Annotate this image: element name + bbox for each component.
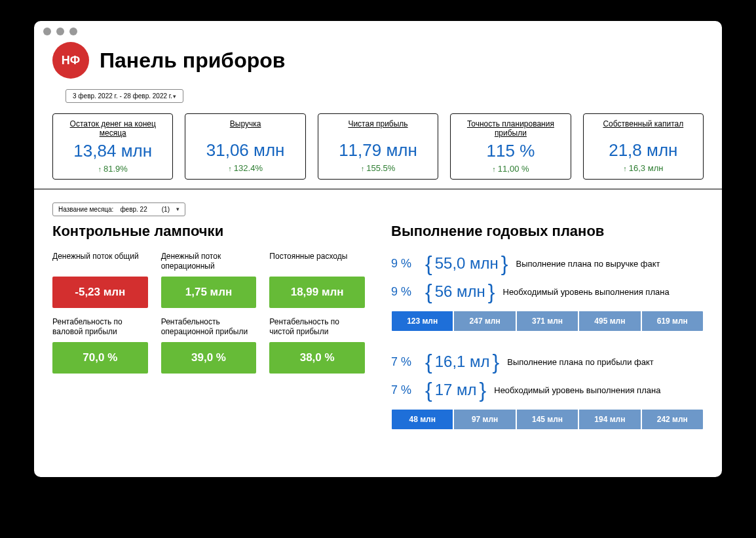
scale-segment: 123 млн xyxy=(392,311,454,331)
lamp-label: Денежный поток операционный xyxy=(161,252,257,271)
chevron-down-icon: ▾ xyxy=(176,206,180,212)
kpi-label: Чистая прибыль xyxy=(322,119,434,138)
kpi-delta: 132.4% xyxy=(189,163,301,173)
kpi-delta: 81.9% xyxy=(57,164,168,174)
lamp-item: Денежный поток операционный1,75 млн xyxy=(161,252,257,308)
kpi-card[interactable]: Собственный капитал21,8 млн16,3 млн xyxy=(583,113,704,180)
kpi-value: 115 % xyxy=(455,141,566,161)
plan-desc: Выполнение плана по прибыли факт xyxy=(507,357,654,367)
scale-segment: 495 млн xyxy=(579,311,641,331)
plan-profit-need: 7 % 17 мл Необходимый уровень выполнения… xyxy=(391,378,704,402)
kpi-label: Точность планирования прибыли xyxy=(455,119,566,138)
lamps-grid: Денежный поток общий-5,23 млнДенежный по… xyxy=(52,252,365,374)
kpi-card[interactable]: Чистая прибыль11,79 млн155.5% xyxy=(318,113,438,180)
lamp-value: 70,0 % xyxy=(52,342,148,374)
window-titlebar xyxy=(34,21,722,42)
app-window: НФ Панель приборов 3 февр. 2022 г. - 28 … xyxy=(33,20,723,478)
kpi-card[interactable]: Точность планирования прибыли115 %11,00 … xyxy=(450,113,571,180)
lamp-label: Постоянные расходы xyxy=(269,252,365,271)
kpi-label: Выручка xyxy=(189,119,301,138)
lamp-item: Денежный поток общий-5,23 млн xyxy=(52,252,148,308)
lamp-value: -5,23 млн xyxy=(52,277,148,308)
profit-scale-bar: 48 млн97 млн145 млн194 млн242 млн xyxy=(391,409,704,430)
kpi-value: 11,79 млн xyxy=(322,140,434,161)
kpi-value: 31,06 млн xyxy=(189,140,301,161)
brand-logo-text: НФ xyxy=(62,54,80,67)
lamp-value: 18,99 млн xyxy=(269,277,365,308)
chevron-down-icon: ▾ xyxy=(173,93,176,100)
scale-segment: 145 млн xyxy=(517,410,579,429)
lamp-label: Рентабельность операционной прибыли xyxy=(161,317,257,337)
month-filter[interactable]: Название месяца: февр. 22 (1) ▾ xyxy=(52,202,185,216)
plan-revenue-fact: 9 % 55,0 млн Выполнение плана по выручке… xyxy=(391,252,704,276)
plan-value: 56 млн xyxy=(425,280,495,304)
kpi-card[interactable]: Остаток денег на конец месяца13,84 млн81… xyxy=(52,113,173,180)
lamp-item: Рентабельность по валовой прибыли70,0 % xyxy=(52,317,148,374)
plan-desc: Выполнение плана по выручке факт xyxy=(516,259,660,269)
window-maximize-icon[interactable] xyxy=(69,28,77,35)
lamp-value: 39,0 % xyxy=(161,342,257,374)
page-title: Панель приборов xyxy=(100,48,285,73)
plan-pct: 7 % xyxy=(391,355,417,369)
month-filter-label: Название месяца: xyxy=(58,206,113,213)
kpi-label: Собственный капитал xyxy=(588,119,699,138)
brand-logo-icon: НФ xyxy=(52,42,89,79)
lamp-item: Постоянные расходы18,99 млн xyxy=(269,252,365,308)
plan-pct: 9 % xyxy=(391,257,417,271)
lamp-label: Рентабельность по чистой прибыли xyxy=(269,317,365,337)
date-range-picker[interactable]: 3 февр. 2022 г. - 28 февр. 2022 г. ▾ xyxy=(66,89,183,103)
revenue-scale-bar: 123 млн247 млн371 млн495 млн619 млн xyxy=(391,311,704,332)
plan-value: 16,1 мл xyxy=(425,350,499,374)
scale-segment: 242 млн xyxy=(642,410,703,429)
lamp-item: Рентабельность операционной прибыли39,0 … xyxy=(161,317,257,374)
scale-segment: 619 млн xyxy=(642,311,703,331)
plan-revenue-need: 9 % 56 млн Необходимый уровень выполнени… xyxy=(391,280,704,304)
kpi-delta: 16,3 млн xyxy=(588,163,699,173)
scale-segment: 97 млн xyxy=(454,410,516,429)
plans-title: Выполнение годовых планов xyxy=(391,223,704,240)
scale-segment: 48 млн xyxy=(392,410,454,429)
kpi-value: 21,8 млн xyxy=(588,140,699,161)
plan-desc: Необходимый уровень выполнения плана xyxy=(503,287,670,297)
lamp-label: Денежный поток общий xyxy=(52,252,148,271)
plan-value: 17 мл xyxy=(425,378,486,402)
lamp-value: 1,75 млн xyxy=(161,277,257,308)
divider xyxy=(34,189,722,189)
window-close-icon[interactable] xyxy=(43,28,51,35)
kpi-delta: 11,00 % xyxy=(455,164,566,174)
plan-profit-fact: 7 % 16,1 мл Выполнение плана по прибыли … xyxy=(391,350,704,374)
month-filter-count: (1) xyxy=(162,206,170,213)
scale-segment: 194 млн xyxy=(579,410,641,429)
kpi-row: Остаток денег на конец месяца13,84 млн81… xyxy=(52,113,704,180)
plan-desc: Необходимый уровень выполнения плана xyxy=(494,385,660,395)
window-minimize-icon[interactable] xyxy=(56,28,64,35)
plan-pct: 9 % xyxy=(391,285,417,299)
date-range-label: 3 февр. 2022 г. - 28 февр. 2022 г. xyxy=(73,92,172,100)
lamps-title: Контрольные лампочки xyxy=(52,223,365,240)
page-header: НФ Панель приборов xyxy=(52,42,704,79)
scale-segment: 247 млн xyxy=(454,311,516,331)
plan-pct: 7 % xyxy=(391,383,417,397)
kpi-delta: 155.5% xyxy=(322,163,434,173)
month-filter-value: февр. 22 xyxy=(120,206,147,213)
lamp-item: Рентабельность по чистой прибыли38,0 % xyxy=(269,317,365,374)
scale-segment: 371 млн xyxy=(517,311,579,331)
kpi-value: 13,84 млн xyxy=(57,141,168,161)
lamp-label: Рентабельность по валовой прибыли xyxy=(52,317,148,337)
plan-value: 55,0 млн xyxy=(425,252,508,276)
kpi-label: Остаток денег на конец месяца xyxy=(57,119,168,138)
kpi-card[interactable]: Выручка31,06 млн132.4% xyxy=(185,113,305,180)
lamp-value: 38,0 % xyxy=(269,342,365,374)
